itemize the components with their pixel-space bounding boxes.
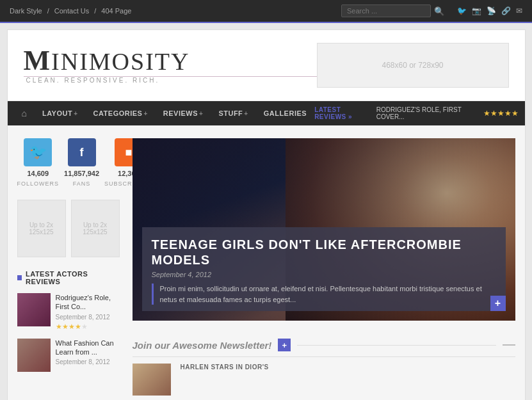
latest-reviews-label[interactable]: LATEST REVIEWS » bbox=[314, 106, 371, 120]
mail-icon-top[interactable]: ✉ bbox=[516, 6, 522, 15]
review-date-1: September 8, 2012 bbox=[56, 314, 120, 321]
nav-home-button[interactable]: ⌂ bbox=[14, 101, 35, 125]
ad-box-2: Up to 2x125x125 bbox=[71, 200, 120, 257]
layout-plus-icon: + bbox=[74, 110, 77, 117]
review-title-2: What Fashion Can Learn from ... bbox=[56, 339, 120, 357]
review-item-2[interactable]: What Fashion Can Learn from ... Septembe… bbox=[17, 339, 120, 372]
search-icon[interactable]: 🔍 bbox=[434, 6, 444, 16]
featured-excerpt: Proin mi enim, sollicitudin ut ornare at… bbox=[152, 284, 496, 305]
latest-reviews-section: LATEST ACTORS REVIEWS Rodriguez's Role, … bbox=[17, 270, 120, 372]
social-icons-top: 🐦 📷 📡 🔗 ✉ bbox=[457, 6, 522, 15]
nav-stars: ★★★★★ bbox=[483, 109, 519, 118]
camera-icon-top[interactable]: 📷 bbox=[472, 6, 481, 15]
site-header: MMINIMOSITYINIMOSITY CLEAN. RESPONSIVE. … bbox=[8, 30, 525, 101]
twitter-icon-top[interactable]: 🐦 bbox=[457, 6, 467, 15]
newsletter-dash bbox=[503, 344, 515, 346]
categories-plus-icon: + bbox=[143, 110, 147, 117]
twitter-count: 14,609 bbox=[27, 170, 49, 177]
breadcrumb-contact[interactable]: Contact Us bbox=[54, 7, 89, 15]
section-square-icon bbox=[17, 275, 22, 280]
ad-box-1: Up to 2x125x125 bbox=[17, 200, 66, 257]
nav-categories[interactable]: CATEGORIES+ bbox=[86, 101, 156, 125]
sidebar: 🐦 14,609 FOLLOWERS f 11,857,942 FANS ■ 1… bbox=[17, 138, 120, 396]
nav-stuff[interactable]: STUFF+ bbox=[211, 101, 255, 125]
twitter-widget: 🐦 14,609 FOLLOWERS bbox=[17, 138, 60, 187]
featured-title: TEENAGE GIRLS DON'T LIKE AFTERCROMBIE MO… bbox=[152, 237, 496, 268]
facebook-icon[interactable]: f bbox=[68, 138, 96, 166]
newsletter-line bbox=[297, 345, 496, 346]
nav-galleries[interactable]: GALLERIES bbox=[256, 101, 314, 125]
sep1: / bbox=[47, 7, 49, 15]
logo-title: MMINIMOSITYINIMOSITY bbox=[24, 47, 317, 75]
breadcrumb-nav: Dark Style / Contact Us / 404 Page bbox=[10, 7, 131, 15]
reviews-plus-icon: + bbox=[199, 110, 203, 117]
featured-box: TEENAGE GIRLS DON'T LIKE AFTERCROMBIE MO… bbox=[142, 227, 506, 311]
nav-reviews[interactable]: REVIEWS+ bbox=[156, 101, 211, 125]
social-widgets: 🐦 14,609 FOLLOWERS f 11,857,942 FANS ■ 1… bbox=[17, 138, 120, 187]
top-bar: Dark Style / Contact Us / 404 Page 🔍 🐦 📷… bbox=[0, 0, 532, 23]
bottom-section: HARLEN STARS IN DIOR'S bbox=[133, 364, 515, 396]
nav-layout[interactable]: LAYOUT+ bbox=[35, 101, 86, 125]
rss-icon-top[interactable]: 📡 bbox=[487, 6, 496, 15]
twitter-icon[interactable]: 🐦 bbox=[24, 138, 52, 166]
featured-date: September 4, 2012 bbox=[152, 271, 496, 278]
facebook-label: FANS bbox=[73, 180, 91, 187]
main-nav: ⌂ LAYOUT+ CATEGORIES+ REVIEWS+ STUFF+ GA… bbox=[8, 101, 525, 125]
breadcrumb-404[interactable]: 404 Page bbox=[101, 7, 131, 15]
section-header: LATEST ACTORS REVIEWS bbox=[17, 270, 120, 285]
logo-m: M bbox=[24, 45, 52, 76]
review-title-1: Rodriguez's Role, First Co... bbox=[56, 293, 120, 312]
featured-plus-button[interactable]: + bbox=[490, 296, 506, 311]
facebook-count: 11,857,942 bbox=[64, 170, 99, 177]
review-image-2 bbox=[17, 339, 51, 372]
ad-boxes: Up to 2x125x125 Up to 2x125x125 bbox=[17, 200, 120, 257]
breadcrumb-darkstyle[interactable]: Dark Style bbox=[10, 7, 42, 15]
share-icon-top[interactable]: 🔗 bbox=[501, 6, 511, 15]
twitter-label: FOLLOWERS bbox=[17, 180, 60, 187]
newsletter-text: Join our Awesome Newsletter! bbox=[133, 340, 272, 351]
bottom-thumb bbox=[133, 364, 171, 396]
bottom-label: HARLEN STARS IN DIOR'S bbox=[181, 364, 269, 396]
main-wrapper: MMINIMOSITYINIMOSITY CLEAN. RESPONSIVE. … bbox=[7, 29, 526, 400]
featured-article: TEENAGE GIRLS DON'T LIKE AFTERCROMBIE MO… bbox=[133, 138, 515, 321]
featured-overlay: TEENAGE GIRLS DON'T LIKE AFTERCROMBIE MO… bbox=[133, 218, 515, 321]
header-ad-banner: 468x60 or 728x90 bbox=[317, 43, 509, 88]
review-thumb-1 bbox=[17, 293, 51, 326]
review-info-2: What Fashion Can Learn from ... Septembe… bbox=[56, 339, 120, 372]
review-date-2: September 8, 2012 bbox=[56, 358, 120, 365]
logo-area: MMINIMOSITYINIMOSITY CLEAN. RESPONSIVE. … bbox=[24, 47, 317, 84]
review-image-1 bbox=[17, 293, 51, 326]
arrow-icon: » bbox=[348, 113, 352, 120]
review-info-1: Rodriguez's Role, First Co... September … bbox=[56, 293, 120, 331]
main-content: TEENAGE GIRLS DON'T LIKE AFTERCROMBIE MO… bbox=[133, 138, 515, 396]
search-input[interactable] bbox=[341, 4, 431, 17]
nav-article-title: RODRIGUEZ'S ROLE, FIRST COVER... bbox=[376, 106, 475, 120]
newsletter-plus-button[interactable]: + bbox=[278, 339, 291, 351]
newsletter-bar: Join our Awesome Newsletter! + bbox=[133, 333, 515, 357]
stuff-plus-icon: + bbox=[244, 110, 248, 117]
section-title: LATEST ACTORS REVIEWS bbox=[26, 270, 119, 285]
nav-right-area: LATEST REVIEWS » RODRIGUEZ'S ROLE, FIRST… bbox=[314, 106, 518, 120]
logo-tagline: CLEAN. RESPONSIVE. RICH. bbox=[24, 76, 317, 84]
content-area: 🐦 14,609 FOLLOWERS f 11,857,942 FANS ■ 1… bbox=[8, 125, 525, 400]
review-stars-1: ★★★★★ bbox=[56, 323, 120, 331]
review-thumb-2 bbox=[17, 339, 51, 372]
facebook-widget: f 11,857,942 FANS bbox=[64, 138, 99, 187]
search-area: 🔍 bbox=[341, 4, 444, 17]
sep2: / bbox=[94, 7, 96, 15]
review-item-1[interactable]: Rodriguez's Role, First Co... September … bbox=[17, 293, 120, 331]
